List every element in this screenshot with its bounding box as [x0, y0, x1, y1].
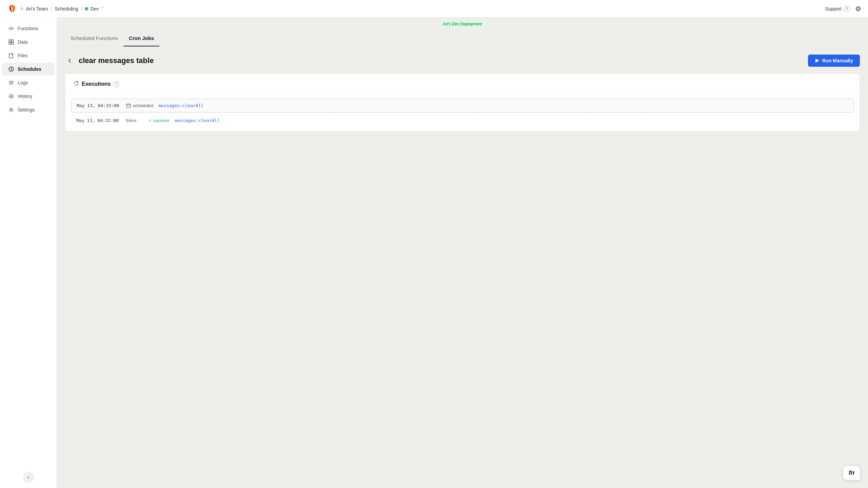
sidebar-item-label-data: Data — [18, 39, 28, 45]
team-initial: A — [20, 6, 23, 11]
sidebar-item-data[interactable]: Data — [2, 36, 55, 48]
code-icon — [8, 25, 14, 32]
sidebar-item-history[interactable]: History — [2, 90, 55, 103]
back-button[interactable] — [65, 56, 75, 65]
job-header: clear messages table Run Manually — [65, 46, 860, 74]
support-help-icon: ? — [844, 6, 850, 12]
run-manually-label: Run Manually — [822, 58, 853, 63]
collapse-icon: « — [27, 475, 29, 480]
sidebar-item-label-settings: Settings — [18, 107, 35, 113]
exec-time-0: May 13, 04:33:00 — [77, 103, 121, 108]
sidebar-item-logs[interactable]: Logs — [2, 76, 55, 89]
deployment-banner: Ari's Dev Deployment — [57, 18, 868, 30]
sidebar: Functions Data Files Schedules Logs — [0, 18, 57, 488]
sidebar-item-label-logs: Logs — [18, 80, 28, 85]
executions-title: Executions — [82, 81, 111, 87]
exec-status-label-1: success — [153, 118, 169, 123]
tab-cron-jobs[interactable]: Cron Jobs — [123, 30, 159, 46]
executions-header: Executions ? — [65, 74, 860, 95]
tab-bar: Scheduled Functions Cron Jobs — [65, 30, 860, 46]
fn-badge-text: fn — [849, 469, 854, 476]
collapse-sidebar-button[interactable]: « — [23, 472, 34, 483]
file-icon — [8, 53, 14, 59]
exec-func-0[interactable]: messages:clearAll — [158, 103, 203, 108]
settings-icon — [8, 107, 14, 113]
env-chevron-icon: ⌃ — [101, 6, 104, 11]
page-content: Scheduled Functions Cron Jobs clear mess… — [57, 30, 868, 140]
breadcrumb-sep-2: / — [81, 6, 82, 12]
support-button[interactable]: Support ? — [825, 6, 850, 12]
executions-card: Executions ? May 13, 04:33:00 scheduled … — [65, 74, 860, 131]
topbar-right: Support ? ⚙ — [825, 5, 861, 13]
sidebar-item-settings[interactable]: Settings — [2, 103, 55, 116]
app-logo[interactable] — [7, 3, 18, 14]
exec-duration-1: 54ms — [126, 118, 143, 123]
calendar-icon — [126, 103, 131, 108]
svg-marker-7 — [815, 59, 819, 63]
svg-rect-2 — [12, 40, 14, 42]
svg-rect-4 — [12, 42, 14, 44]
play-icon — [815, 58, 820, 63]
grid-icon — [8, 39, 14, 45]
svg-rect-1 — [9, 40, 11, 42]
svg-rect-8 — [126, 104, 131, 108]
env-selector[interactable]: Dev ⌃ — [85, 6, 104, 12]
sidebar-item-label-history: History — [18, 94, 33, 99]
history-icon — [8, 93, 14, 99]
breadcrumb-sep-1: / — [51, 6, 52, 12]
executions-list: May 13, 04:33:00 scheduled messages:clea… — [65, 95, 860, 131]
breadcrumb: A Ari's Team / Scheduling / Dev ⌃ — [20, 6, 104, 12]
tab-cron-jobs-label: Cron Jobs — [129, 35, 154, 41]
sidebar-item-label-functions: Functions — [18, 26, 38, 31]
support-label: Support — [825, 6, 842, 12]
svg-point-6 — [11, 109, 12, 111]
list-icon — [8, 80, 14, 86]
sidebar-item-schedules[interactable]: Schedules — [2, 63, 55, 76]
sidebar-collapse: « — [0, 472, 57, 483]
settings-gear-icon[interactable]: ⚙ — [855, 5, 861, 13]
env-name: Dev — [90, 6, 99, 12]
exec-time-1: May 13, 04:32:00 — [76, 118, 120, 123]
job-header-left: clear messages table — [65, 56, 154, 65]
team-name[interactable]: Ari's Team — [26, 6, 48, 12]
fn-badge: fn — [843, 466, 860, 480]
sidebar-item-files[interactable]: Files — [2, 49, 55, 62]
main-content: Ari's Dev Deployment Scheduled Functions… — [57, 18, 868, 488]
tab-scheduled-functions-label: Scheduled Functions — [71, 35, 118, 41]
run-manually-button[interactable]: Run Manually — [808, 55, 860, 67]
exec-status-0: scheduled — [126, 103, 153, 108]
exec-status-label-0: scheduled — [133, 103, 153, 108]
clock-icon — [8, 66, 14, 72]
check-icon: ✓ — [148, 118, 152, 123]
sidebar-item-label-files: Files — [18, 53, 28, 58]
execution-row-0[interactable]: May 13, 04:33:00 scheduled messages:clea… — [71, 99, 854, 113]
exec-func-1[interactable]: messages:clearAll — [175, 118, 220, 123]
execution-row-1[interactable]: May 13, 04:32:00 54ms ✓ success messages… — [71, 114, 854, 127]
sidebar-item-functions[interactable]: Functions — [2, 22, 55, 35]
job-title: clear messages table — [79, 56, 154, 65]
topbar: A Ari's Team / Scheduling / Dev ⌃ Suppor… — [0, 0, 868, 18]
tab-scheduled-functions[interactable]: Scheduled Functions — [65, 30, 123, 46]
app-layout: Functions Data Files Schedules Logs — [0, 0, 868, 488]
section-name[interactable]: Scheduling — [55, 6, 78, 12]
topbar-left: A Ari's Team / Scheduling / Dev ⌃ — [7, 3, 104, 14]
exec-status-1: ✓ success — [148, 118, 169, 123]
env-status-dot — [85, 7, 88, 11]
sidebar-item-label-schedules: Schedules — [18, 66, 41, 72]
executions-help-icon[interactable]: ? — [113, 81, 119, 87]
refresh-icon — [74, 81, 79, 87]
svg-rect-3 — [9, 42, 11, 44]
deployment-badge: Ari's Dev Deployment — [439, 20, 486, 28]
